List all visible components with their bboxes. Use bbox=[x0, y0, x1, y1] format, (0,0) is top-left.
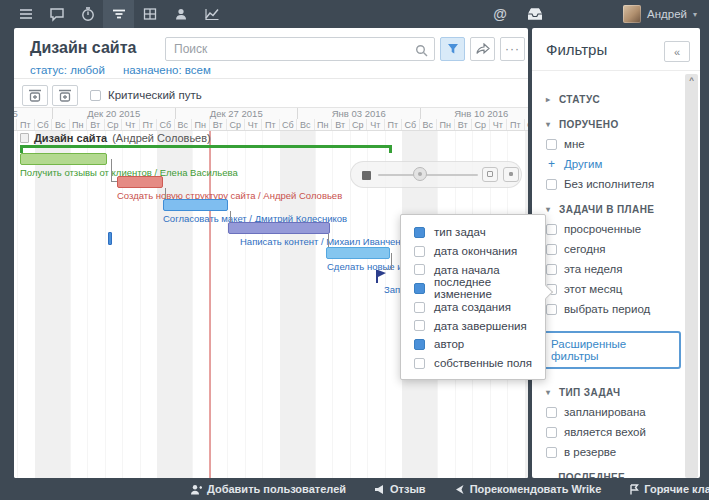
checkbox[interactable] bbox=[414, 302, 425, 313]
scroll-up-icon[interactable]: ^ bbox=[685, 76, 698, 85]
share-button[interactable] bbox=[470, 37, 495, 61]
checkbox[interactable] bbox=[414, 320, 425, 331]
filter-backlogged[interactable]: в резерве bbox=[546, 446, 681, 458]
timer-icon[interactable] bbox=[72, 0, 103, 28]
checkbox[interactable] bbox=[546, 427, 557, 438]
critical-path-toggle[interactable]: Критический путь bbox=[90, 89, 202, 101]
checkbox[interactable] bbox=[414, 264, 425, 275]
caret-icon: ▾ bbox=[546, 205, 553, 214]
page-title: Дизайн сайта bbox=[30, 39, 136, 57]
caret-icon: ▸ bbox=[546, 95, 553, 104]
mentions-icon[interactable]: @ bbox=[483, 6, 517, 22]
menu-item-task-type[interactable]: тип задач bbox=[401, 223, 545, 242]
menu-item-completed-date[interactable]: дата завершения bbox=[401, 316, 545, 335]
menu-item-last-modified[interactable]: последнее изменение bbox=[401, 279, 545, 298]
menu-icon[interactable] bbox=[10, 0, 41, 28]
checkbox[interactable] bbox=[414, 283, 425, 294]
task-bar-2[interactable] bbox=[117, 176, 163, 188]
checkbox[interactable] bbox=[414, 339, 425, 350]
task-bar-4[interactable] bbox=[228, 222, 330, 234]
checkbox[interactable] bbox=[546, 407, 557, 418]
task-bar-3[interactable] bbox=[163, 199, 228, 211]
assignee-filter-link[interactable]: назначено: всем bbox=[123, 64, 211, 76]
checkbox[interactable] bbox=[546, 139, 557, 150]
filter-this-month[interactable]: этот месяц bbox=[546, 283, 681, 295]
day-gridline bbox=[245, 131, 246, 478]
section-status[interactable]: ▸СТАТУС bbox=[546, 94, 681, 105]
day-label: Пт bbox=[507, 119, 525, 131]
filter-assigned-me[interactable]: мне bbox=[546, 138, 681, 150]
chat-icon[interactable] bbox=[41, 0, 72, 28]
zoom-grip-icon[interactable] bbox=[362, 171, 371, 180]
zoom-slider-track[interactable] bbox=[378, 174, 478, 176]
project-row[interactable]: Дизайн сайта (Андрей Соловьев) bbox=[20, 132, 211, 144]
columns-context-menu: тип задач дата окончания дата начала пос… bbox=[400, 214, 546, 380]
table-view-icon[interactable] bbox=[134, 0, 165, 28]
filter-today[interactable]: сегодня bbox=[546, 243, 681, 255]
status-filter-link[interactable]: статус: любой bbox=[30, 64, 105, 76]
feedback-link[interactable]: Отзыв bbox=[374, 483, 426, 495]
recommend-wrike-link[interactable]: Порекомендовать Wrike bbox=[454, 483, 602, 495]
critical-path-label: Критический путь bbox=[108, 89, 202, 101]
filter-button[interactable] bbox=[440, 37, 465, 61]
reports-icon[interactable] bbox=[196, 0, 227, 28]
filter-pick-period[interactable]: выбрать период bbox=[546, 303, 681, 315]
zoom-fit-button[interactable] bbox=[482, 167, 498, 182]
day-label: Пт bbox=[385, 119, 403, 131]
hotkeys-link[interactable]: Горячие клавиши bbox=[629, 483, 709, 495]
checkbox[interactable] bbox=[546, 179, 557, 190]
menu-item-custom-fields[interactable]: собственные поля bbox=[401, 354, 545, 373]
checkbox[interactable] bbox=[546, 264, 557, 275]
chevron-down-icon: ▾ bbox=[693, 10, 697, 19]
filter-no-assignee[interactable]: Без исполнителя bbox=[546, 178, 681, 190]
checkbox[interactable] bbox=[546, 224, 557, 235]
panel-scrollbar[interactable]: ^ bbox=[685, 74, 698, 478]
add-users-link[interactable]: Добавить пользователей bbox=[190, 483, 346, 495]
collapse-panel-button[interactable]: « bbox=[664, 41, 690, 62]
inbox-icon[interactable] bbox=[517, 7, 553, 21]
project-summary-bar[interactable] bbox=[20, 145, 392, 148]
task-bar-5[interactable] bbox=[326, 247, 390, 259]
main-nav bbox=[10, 0, 227, 28]
menu-item-end-date[interactable]: дата окончания bbox=[401, 242, 545, 261]
section-assigned[interactable]: ▾ПОРУЧЕНО bbox=[546, 119, 681, 130]
menu-item-created-date[interactable]: дата создания bbox=[401, 298, 545, 317]
checkbox[interactable] bbox=[414, 227, 425, 238]
small-task-marker[interactable] bbox=[108, 232, 112, 245]
more-options-button[interactable]: ··· bbox=[500, 37, 525, 61]
weekend-band bbox=[35, 131, 70, 478]
insert-task-below-button[interactable] bbox=[52, 85, 78, 106]
menu-item-author[interactable]: автор bbox=[401, 335, 545, 354]
search-input[interactable] bbox=[174, 39, 404, 59]
day-gridline bbox=[17, 131, 18, 478]
checkbox[interactable] bbox=[414, 246, 425, 257]
zoom-reset-button[interactable] bbox=[503, 167, 519, 182]
user-menu[interactable]: Андрей ▾ bbox=[623, 5, 697, 23]
timeline-day-row: ЧтПтСбВсПнВтСрЧтПтСбВсПнВтСрЧтПтСбВсПнВт… bbox=[14, 119, 528, 131]
insert-task-above-button[interactable] bbox=[22, 85, 48, 106]
checkbox[interactable] bbox=[414, 358, 425, 369]
filter-is-milestone[interactable]: является вехой bbox=[546, 426, 681, 438]
section-tasks-in-plan[interactable]: ▾ЗАДАЧИ В ПЛАНЕ bbox=[546, 204, 681, 215]
day-label: Вт bbox=[87, 119, 105, 131]
zoom-slider-handle[interactable] bbox=[413, 167, 427, 181]
dependency-connector bbox=[384, 253, 392, 270]
section-task-type[interactable]: ▾ТИП ЗАДАЧ bbox=[546, 387, 681, 398]
filter-this-week[interactable]: эта неделя bbox=[546, 263, 681, 275]
users-icon[interactable] bbox=[165, 0, 196, 28]
task-bar-1[interactable] bbox=[20, 153, 107, 165]
filter-planned[interactable]: запланирована bbox=[546, 406, 681, 418]
critical-path-checkbox[interactable] bbox=[90, 90, 101, 101]
checkbox[interactable] bbox=[546, 447, 557, 458]
caret-icon: ▾ bbox=[546, 120, 553, 129]
gantt-view-icon[interactable] bbox=[103, 0, 134, 28]
checkbox[interactable] bbox=[546, 304, 557, 315]
checkbox[interactable] bbox=[546, 244, 557, 255]
day-label: Чт bbox=[122, 119, 140, 131]
day-label: Вт bbox=[332, 119, 350, 131]
filter-assigned-others[interactable]: +Другим bbox=[546, 158, 681, 170]
advanced-filters-button[interactable]: Расширенные фильтры bbox=[540, 331, 681, 369]
avatar bbox=[623, 5, 641, 23]
day-label: Вс bbox=[297, 119, 315, 131]
filter-overdue[interactable]: просроченные bbox=[546, 223, 681, 235]
